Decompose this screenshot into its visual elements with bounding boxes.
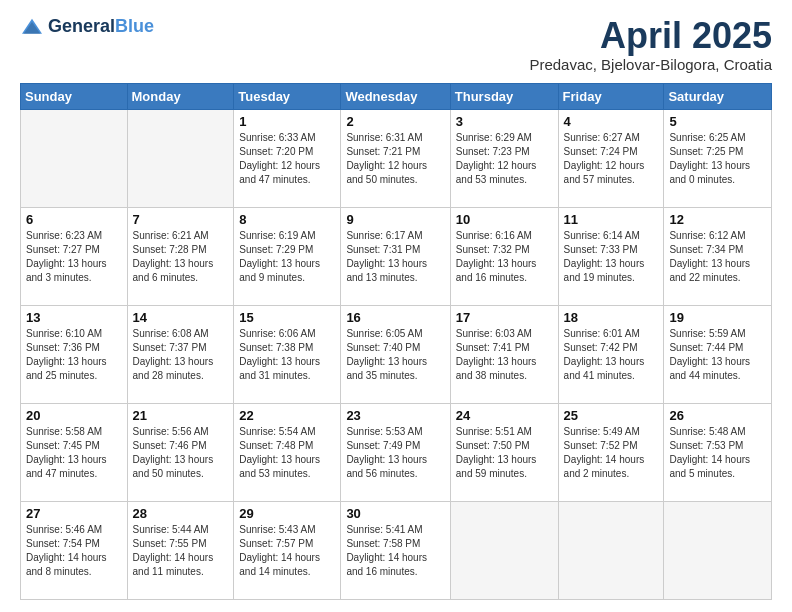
calendar-table: Sunday Monday Tuesday Wednesday Thursday… (20, 83, 772, 600)
day-number: 21 (133, 408, 229, 423)
calendar-cell: 26Sunrise: 5:48 AM Sunset: 7:53 PM Dayli… (664, 403, 772, 501)
header: GeneralBlue April 2025 Predavac, Bjelova… (20, 16, 772, 73)
header-monday: Monday (127, 83, 234, 109)
calendar-cell: 9Sunrise: 6:17 AM Sunset: 7:31 PM Daylig… (341, 207, 450, 305)
calendar-cell (21, 109, 128, 207)
day-number: 10 (456, 212, 553, 227)
day-number: 11 (564, 212, 659, 227)
calendar-row-4: 27Sunrise: 5:46 AM Sunset: 7:54 PM Dayli… (21, 501, 772, 599)
calendar-cell: 5Sunrise: 6:25 AM Sunset: 7:25 PM Daylig… (664, 109, 772, 207)
day-number: 12 (669, 212, 766, 227)
day-info: Sunrise: 6:05 AM Sunset: 7:40 PM Dayligh… (346, 327, 444, 383)
day-info: Sunrise: 6:27 AM Sunset: 7:24 PM Dayligh… (564, 131, 659, 187)
calendar-cell: 1Sunrise: 6:33 AM Sunset: 7:20 PM Daylig… (234, 109, 341, 207)
day-info: Sunrise: 5:46 AM Sunset: 7:54 PM Dayligh… (26, 523, 122, 579)
day-info: Sunrise: 5:58 AM Sunset: 7:45 PM Dayligh… (26, 425, 122, 481)
calendar-cell (664, 501, 772, 599)
day-number: 5 (669, 114, 766, 129)
day-number: 25 (564, 408, 659, 423)
day-info: Sunrise: 6:01 AM Sunset: 7:42 PM Dayligh… (564, 327, 659, 383)
logo-icon (20, 17, 44, 37)
header-tuesday: Tuesday (234, 83, 341, 109)
calendar-cell: 12Sunrise: 6:12 AM Sunset: 7:34 PM Dayli… (664, 207, 772, 305)
calendar-row-1: 6Sunrise: 6:23 AM Sunset: 7:27 PM Daylig… (21, 207, 772, 305)
day-number: 15 (239, 310, 335, 325)
calendar-cell: 7Sunrise: 6:21 AM Sunset: 7:28 PM Daylig… (127, 207, 234, 305)
calendar-cell: 14Sunrise: 6:08 AM Sunset: 7:37 PM Dayli… (127, 305, 234, 403)
day-info: Sunrise: 6:23 AM Sunset: 7:27 PM Dayligh… (26, 229, 122, 285)
day-number: 14 (133, 310, 229, 325)
day-info: Sunrise: 5:44 AM Sunset: 7:55 PM Dayligh… (133, 523, 229, 579)
day-info: Sunrise: 6:17 AM Sunset: 7:31 PM Dayligh… (346, 229, 444, 285)
calendar-cell: 28Sunrise: 5:44 AM Sunset: 7:55 PM Dayli… (127, 501, 234, 599)
day-number: 30 (346, 506, 444, 521)
day-number: 26 (669, 408, 766, 423)
day-info: Sunrise: 5:59 AM Sunset: 7:44 PM Dayligh… (669, 327, 766, 383)
calendar-cell: 18Sunrise: 6:01 AM Sunset: 7:42 PM Dayli… (558, 305, 664, 403)
calendar-cell: 20Sunrise: 5:58 AM Sunset: 7:45 PM Dayli… (21, 403, 128, 501)
page: GeneralBlue April 2025 Predavac, Bjelova… (0, 0, 792, 612)
day-number: 1 (239, 114, 335, 129)
calendar-cell: 15Sunrise: 6:06 AM Sunset: 7:38 PM Dayli… (234, 305, 341, 403)
day-number: 7 (133, 212, 229, 227)
calendar-cell: 4Sunrise: 6:27 AM Sunset: 7:24 PM Daylig… (558, 109, 664, 207)
calendar-cell: 29Sunrise: 5:43 AM Sunset: 7:57 PM Dayli… (234, 501, 341, 599)
day-info: Sunrise: 6:33 AM Sunset: 7:20 PM Dayligh… (239, 131, 335, 187)
calendar-cell: 11Sunrise: 6:14 AM Sunset: 7:33 PM Dayli… (558, 207, 664, 305)
day-number: 2 (346, 114, 444, 129)
day-info: Sunrise: 6:03 AM Sunset: 7:41 PM Dayligh… (456, 327, 553, 383)
calendar-cell (127, 109, 234, 207)
day-number: 22 (239, 408, 335, 423)
logo: GeneralBlue (20, 16, 154, 37)
day-info: Sunrise: 5:48 AM Sunset: 7:53 PM Dayligh… (669, 425, 766, 481)
day-number: 24 (456, 408, 553, 423)
day-number: 16 (346, 310, 444, 325)
calendar-cell (450, 501, 558, 599)
day-number: 28 (133, 506, 229, 521)
day-info: Sunrise: 6:31 AM Sunset: 7:21 PM Dayligh… (346, 131, 444, 187)
header-wednesday: Wednesday (341, 83, 450, 109)
day-number: 29 (239, 506, 335, 521)
logo-general: GeneralBlue (48, 16, 154, 37)
calendar-cell (558, 501, 664, 599)
header-saturday: Saturday (664, 83, 772, 109)
day-number: 4 (564, 114, 659, 129)
calendar-cell: 10Sunrise: 6:16 AM Sunset: 7:32 PM Dayli… (450, 207, 558, 305)
day-info: Sunrise: 6:19 AM Sunset: 7:29 PM Dayligh… (239, 229, 335, 285)
day-number: 8 (239, 212, 335, 227)
calendar-cell: 13Sunrise: 6:10 AM Sunset: 7:36 PM Dayli… (21, 305, 128, 403)
header-sunday: Sunday (21, 83, 128, 109)
day-info: Sunrise: 5:56 AM Sunset: 7:46 PM Dayligh… (133, 425, 229, 481)
location: Predavac, Bjelovar-Bilogora, Croatia (529, 56, 772, 73)
calendar-cell: 22Sunrise: 5:54 AM Sunset: 7:48 PM Dayli… (234, 403, 341, 501)
month-title: April 2025 (529, 16, 772, 56)
day-info: Sunrise: 5:41 AM Sunset: 7:58 PM Dayligh… (346, 523, 444, 579)
calendar-cell: 23Sunrise: 5:53 AM Sunset: 7:49 PM Dayli… (341, 403, 450, 501)
day-info: Sunrise: 6:25 AM Sunset: 7:25 PM Dayligh… (669, 131, 766, 187)
day-number: 13 (26, 310, 122, 325)
header-right: April 2025 Predavac, Bjelovar-Bilogora, … (529, 16, 772, 73)
day-number: 19 (669, 310, 766, 325)
calendar-cell: 30Sunrise: 5:41 AM Sunset: 7:58 PM Dayli… (341, 501, 450, 599)
header-friday: Friday (558, 83, 664, 109)
day-info: Sunrise: 6:21 AM Sunset: 7:28 PM Dayligh… (133, 229, 229, 285)
day-number: 17 (456, 310, 553, 325)
weekday-header-row: Sunday Monday Tuesday Wednesday Thursday… (21, 83, 772, 109)
calendar-cell: 27Sunrise: 5:46 AM Sunset: 7:54 PM Dayli… (21, 501, 128, 599)
day-number: 20 (26, 408, 122, 423)
day-number: 18 (564, 310, 659, 325)
day-number: 27 (26, 506, 122, 521)
header-thursday: Thursday (450, 83, 558, 109)
day-number: 23 (346, 408, 444, 423)
calendar-cell: 21Sunrise: 5:56 AM Sunset: 7:46 PM Dayli… (127, 403, 234, 501)
day-number: 6 (26, 212, 122, 227)
day-number: 9 (346, 212, 444, 227)
calendar-cell: 2Sunrise: 6:31 AM Sunset: 7:21 PM Daylig… (341, 109, 450, 207)
day-info: Sunrise: 6:16 AM Sunset: 7:32 PM Dayligh… (456, 229, 553, 285)
calendar-cell: 8Sunrise: 6:19 AM Sunset: 7:29 PM Daylig… (234, 207, 341, 305)
day-info: Sunrise: 6:10 AM Sunset: 7:36 PM Dayligh… (26, 327, 122, 383)
day-info: Sunrise: 5:53 AM Sunset: 7:49 PM Dayligh… (346, 425, 444, 481)
day-info: Sunrise: 6:08 AM Sunset: 7:37 PM Dayligh… (133, 327, 229, 383)
calendar-row-3: 20Sunrise: 5:58 AM Sunset: 7:45 PM Dayli… (21, 403, 772, 501)
day-info: Sunrise: 6:06 AM Sunset: 7:38 PM Dayligh… (239, 327, 335, 383)
